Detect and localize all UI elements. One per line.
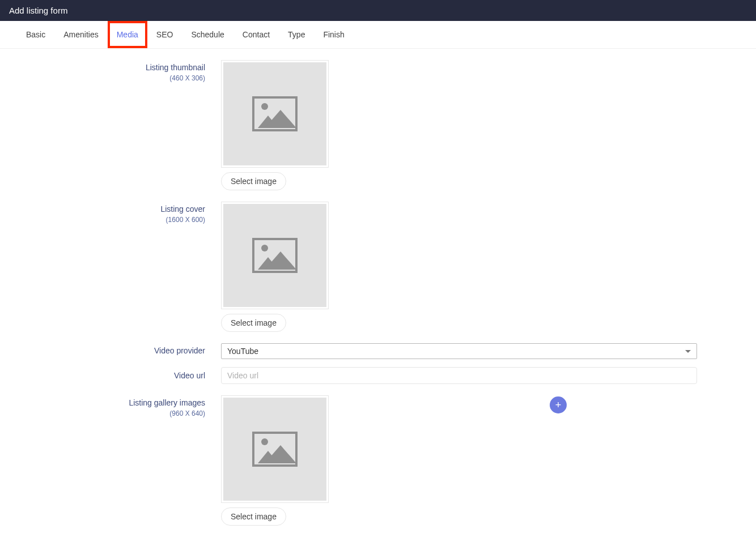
add-gallery-image-button[interactable]: + xyxy=(550,396,567,413)
tab-label: Basic xyxy=(26,30,45,39)
row-video-provider: Video provider YouTube xyxy=(17,343,739,359)
gallery-placeholder[interactable] xyxy=(221,395,329,503)
cover-placeholder[interactable] xyxy=(221,202,329,309)
label-listing-thumbnail-text: Listing thumbnail xyxy=(17,62,205,74)
tabs-container: BasicAmenitiesMediaSEOScheduleContactTyp… xyxy=(0,21,756,49)
field-listing-thumbnail: Select image xyxy=(221,60,697,190)
row-video-url: Video url xyxy=(17,367,739,384)
label-listing-cover-size: (1600 X 600) xyxy=(17,215,205,225)
video-url-input[interactable] xyxy=(221,367,697,384)
form-body: Listing thumbnail (460 X 306) Select ima… xyxy=(0,49,756,546)
label-listing-thumbnail-size: (460 X 306) xyxy=(17,74,205,83)
label-video-provider: Video provider xyxy=(17,343,221,357)
tab-media[interactable]: Media xyxy=(108,21,147,48)
image-placeholder-icon xyxy=(223,398,326,501)
image-icon xyxy=(252,432,298,467)
tab-label: SEO xyxy=(156,30,173,39)
page-title: Add listing form xyxy=(9,6,67,15)
chevron-down-icon xyxy=(685,350,691,353)
tab-amenities[interactable]: Amenities xyxy=(54,21,107,48)
label-gallery-text: Listing gallery images xyxy=(17,398,205,409)
tab-label: Type xyxy=(288,30,305,39)
tab-type[interactable]: Type xyxy=(279,21,314,48)
field-gallery-images: Select image + xyxy=(221,395,697,526)
thumbnail-placeholder[interactable] xyxy=(221,60,329,168)
label-listing-cover: Listing cover (1600 X 600) xyxy=(17,202,221,224)
field-video-url xyxy=(221,367,697,384)
row-listing-thumbnail: Listing thumbnail (460 X 306) Select ima… xyxy=(17,60,739,190)
tab-basic[interactable]: Basic xyxy=(17,21,54,48)
tab-finish[interactable]: Finish xyxy=(314,21,353,48)
select-cover-button[interactable]: Select image xyxy=(221,314,286,332)
video-provider-value: YouTube xyxy=(227,347,258,356)
tabs: BasicAmenitiesMediaSEOScheduleContactTyp… xyxy=(17,21,739,48)
label-listing-cover-text: Listing cover xyxy=(17,204,205,215)
label-video-url-text: Video url xyxy=(174,371,205,380)
tab-label: Schedule xyxy=(191,30,224,39)
label-video-url: Video url xyxy=(17,367,221,382)
tab-contact[interactable]: Contact xyxy=(233,21,279,48)
field-video-provider: YouTube xyxy=(221,343,697,359)
label-listing-thumbnail: Listing thumbnail (460 X 306) xyxy=(17,60,221,83)
image-placeholder-icon xyxy=(223,204,326,307)
image-icon xyxy=(252,96,298,131)
tab-label: Contact xyxy=(243,30,270,39)
tab-label: Finish xyxy=(323,30,344,39)
plus-icon: + xyxy=(555,399,562,411)
video-provider-select[interactable]: YouTube xyxy=(221,343,697,359)
image-placeholder-icon xyxy=(223,62,326,165)
row-listing-cover: Listing cover (1600 X 600) Select image xyxy=(17,202,739,332)
label-gallery-images: Listing gallery images (960 X 640) xyxy=(17,395,221,418)
select-thumbnail-button[interactable]: Select image xyxy=(221,172,286,190)
image-icon xyxy=(252,238,298,273)
select-gallery-button[interactable]: Select image xyxy=(221,507,286,526)
label-gallery-size: (960 X 640) xyxy=(17,409,205,419)
tab-schedule[interactable]: Schedule xyxy=(182,21,233,48)
tab-seo[interactable]: SEO xyxy=(147,21,182,48)
tab-label: Amenities xyxy=(63,30,98,39)
field-listing-cover: Select image xyxy=(221,202,697,332)
label-video-provider-text: Video provider xyxy=(154,346,205,355)
tab-label: Media xyxy=(117,30,138,39)
page-header: Add listing form xyxy=(0,0,756,21)
row-gallery-images: Listing gallery images (960 X 640) Selec… xyxy=(17,395,739,526)
